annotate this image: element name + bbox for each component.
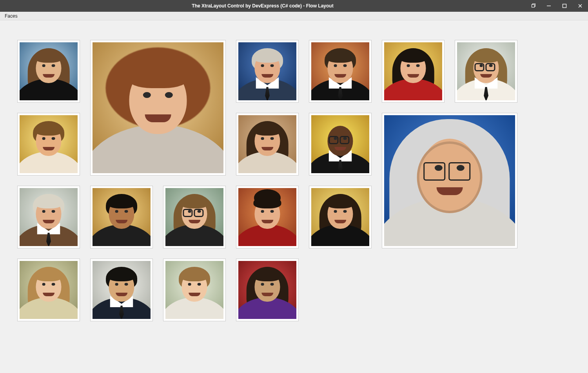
face-05[interactable]: [382, 40, 445, 103]
menu-faces[interactable]: Faces: [2, 13, 20, 20]
portrait-image: [20, 115, 78, 173]
menubar: Faces: [0, 12, 588, 20]
face-13[interactable]: [163, 186, 226, 248]
face-19[interactable]: [236, 259, 299, 321]
portrait-image: [384, 42, 442, 100]
face-03[interactable]: [236, 40, 299, 103]
portrait-image: [457, 42, 515, 100]
face-07[interactable]: [17, 113, 80, 176]
face-02-large[interactable]: [90, 40, 226, 176]
face-09[interactable]: [309, 113, 372, 176]
face-18[interactable]: [163, 259, 226, 321]
face-16[interactable]: [17, 259, 80, 321]
face-17[interactable]: [90, 259, 153, 321]
portrait-image: [238, 261, 296, 319]
svg-rect-2: [563, 4, 566, 8]
face-04[interactable]: [309, 40, 372, 103]
face-01[interactable]: [17, 40, 80, 103]
face-06[interactable]: [455, 40, 517, 103]
svg-rect-0: [532, 5, 535, 7]
face-14[interactable]: [236, 186, 299, 248]
portrait-image: [238, 115, 296, 173]
portrait-image: [20, 42, 78, 100]
portrait-image: [20, 261, 78, 319]
portrait-image: [93, 188, 151, 246]
face-10-large[interactable]: [382, 113, 517, 248]
portrait-image: [384, 115, 515, 246]
restore-down-icon[interactable]: [525, 0, 541, 12]
window-controls: [525, 0, 588, 12]
maximize-button[interactable]: [557, 0, 572, 12]
portrait-image: [311, 42, 369, 100]
face-11[interactable]: [17, 186, 80, 248]
portrait-image: [93, 261, 151, 319]
client-area: [0, 20, 588, 373]
portrait-image: [165, 261, 223, 319]
close-button[interactable]: [572, 0, 588, 12]
portrait-image: [238, 42, 296, 100]
portrait-image: [311, 188, 369, 246]
window-title: The XtraLayout Control by DevExpress (C#…: [0, 3, 525, 9]
face-08[interactable]: [236, 113, 299, 176]
flow-layout-grid: [17, 40, 527, 338]
portrait-image: [238, 188, 296, 246]
face-15[interactable]: [309, 186, 372, 248]
titlebar: The XtraLayout Control by DevExpress (C#…: [0, 0, 588, 12]
portrait-image: [311, 115, 369, 173]
portrait-image: [165, 188, 223, 246]
minimize-button[interactable]: [541, 0, 557, 12]
portrait-image: [93, 42, 223, 173]
face-12[interactable]: [90, 186, 153, 248]
portrait-image: [20, 188, 78, 246]
